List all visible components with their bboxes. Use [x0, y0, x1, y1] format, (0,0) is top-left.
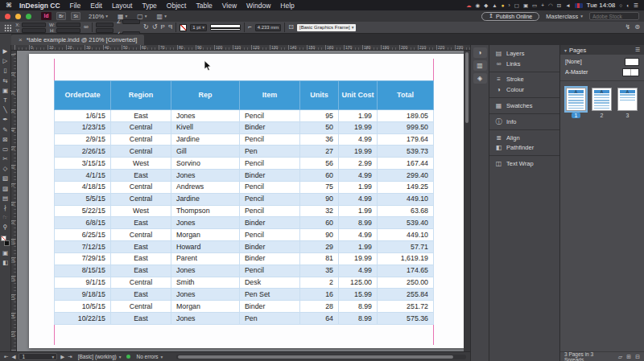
table-cell[interactable]: Binder	[240, 121, 300, 133]
table-cell[interactable]: East	[111, 110, 171, 122]
data-table[interactable]: OrderDateRegionRepItemUnitsUnit CostTota…	[54, 80, 434, 325]
table-cell[interactable]: Binder	[240, 170, 300, 182]
gradient-feather-tool-icon[interactable]: ▨	[0, 184, 11, 194]
traffic-close-button[interactable]	[5, 14, 10, 19]
page-thumbnail-image[interactable]: A	[592, 88, 612, 111]
menu-file[interactable]: File	[70, 2, 81, 10]
creative-cloud-icon[interactable]: ☁	[466, 0, 472, 10]
master-page-thumbnail[interactable]	[625, 58, 639, 66]
table-cell[interactable]: Gill	[171, 146, 240, 158]
table-cell[interactable]: 2.99	[339, 158, 378, 170]
table-cell[interactable]: Pencil	[240, 133, 300, 146]
page-thumbnail-2[interactable]: A2	[592, 88, 612, 118]
delete-page-icon[interactable]: ⊟	[635, 354, 640, 360]
menu-window[interactable]: Window	[246, 2, 270, 10]
notification-center-icon[interactable]: ☰	[634, 0, 638, 10]
adobe-stock-search-input[interactable]	[589, 12, 639, 20]
preflight-errors-dropdown[interactable]: No errors ▾	[134, 353, 165, 360]
table-cell[interactable]: 4.99	[339, 193, 378, 205]
table-row[interactable]: 1/23/15CentralKivellBinder5019.99999.50	[55, 121, 434, 133]
table-cell[interactable]: 5/22/15	[55, 205, 111, 217]
table-cell[interactable]: Howard	[171, 241, 240, 253]
table-cell[interactable]: Binder	[240, 241, 300, 253]
volume-icon[interactable]: ◄	[565, 0, 570, 10]
table-cell[interactable]: 9/18/15	[55, 289, 111, 301]
table-cell[interactable]: 2	[300, 277, 339, 289]
stroke-none-swatch[interactable]	[180, 24, 187, 31]
menu-edit[interactable]: Edit	[90, 2, 102, 10]
uk-flag-icon[interactable]	[575, 3, 583, 8]
panel-menu-icon[interactable]: ☰	[635, 47, 640, 53]
table-cell[interactable]: 125.00	[339, 277, 378, 289]
table-cell[interactable]: Kivell	[171, 121, 240, 133]
table-row[interactable]: 4/1/15EastJonesBinder604.99299.40	[55, 170, 434, 182]
table-cell[interactable]: Central	[111, 181, 171, 193]
table-header-cell[interactable]: Unit Cost	[339, 81, 378, 110]
table-header-cell[interactable]: Item	[240, 81, 300, 110]
table-row[interactable]: 2/9/15CentralJardinePencil364.99179.64	[55, 133, 434, 146]
panel-options-icon[interactable]: ⊚	[634, 22, 640, 33]
note-tool-icon[interactable]: ▤	[0, 194, 11, 203]
close-icon[interactable]: ×	[19, 36, 23, 43]
gap-tool-icon[interactable]: ⇆	[0, 76, 11, 86]
table-cell[interactable]: 250.00	[378, 277, 434, 289]
table-cell[interactable]: Pencil	[240, 158, 300, 170]
dock-item-links[interactable]: ∞Links	[489, 59, 559, 69]
rectangle-frame-tool-icon[interactable]: ⊠	[0, 135, 11, 145]
previous-page-button[interactable]: ◀	[11, 354, 15, 360]
table-header-cell[interactable]: Units	[300, 81, 339, 110]
menu-indesign-cc[interactable]: InDesign CC	[19, 2, 60, 10]
table-cell[interactable]: Jones	[171, 313, 240, 325]
table-cell[interactable]: Jardine	[171, 193, 240, 205]
table-cell[interactable]: Thompson	[171, 205, 240, 217]
bulb-icon[interactable]: ●	[502, 0, 505, 10]
link-dimensions-icon[interactable]: ∞	[84, 22, 89, 33]
vertical-ruler[interactable]: 0102030405060708090100110120130140150	[11, 51, 17, 351]
menu-layout[interactable]: Layout	[112, 2, 133, 10]
edit-page-size-icon[interactable]: ▱	[618, 354, 622, 360]
table-cell[interactable]: Andrews	[171, 181, 240, 193]
table-cell[interactable]: Pencil	[240, 181, 300, 193]
table-cell[interactable]: East	[111, 265, 171, 277]
gradient-swatch-tool-icon[interactable]: ▧	[0, 174, 11, 183]
pencil-tool-icon[interactable]: ✎	[0, 125, 11, 135]
table-row[interactable]: 10/5/15CentralMorganBinder288.99251.72	[55, 301, 434, 313]
table-cell[interactable]: 575.36	[378, 313, 434, 325]
stock-button[interactable]: St	[71, 12, 80, 20]
table-cell[interactable]: 81	[300, 252, 339, 265]
table-cell[interactable]: 27	[300, 146, 339, 158]
table-cell[interactable]: 189.05	[378, 110, 434, 122]
table-cell[interactable]: 3/15/15	[55, 158, 111, 170]
table-cell[interactable]: 4.99	[339, 265, 378, 277]
table-row[interactable]: 1/6/15EastJonesPencil951.99189.05	[55, 110, 434, 122]
x-field[interactable]	[22, 23, 46, 27]
table-cell[interactable]: 75	[300, 181, 339, 193]
menu-table[interactable]: Table	[196, 2, 212, 10]
table-cell[interactable]: 2/26/15	[55, 146, 111, 158]
menu-bar-clock[interactable]: Tue 14:08	[587, 2, 616, 9]
new-page-icon[interactable]: ⊞	[626, 354, 631, 360]
table-cell[interactable]: 174.65	[378, 265, 434, 277]
table-cell[interactable]: 255.84	[378, 289, 434, 301]
table-cell[interactable]: 4/1/15	[55, 170, 111, 182]
free-transform-tool-icon[interactable]: ◇	[0, 164, 11, 174]
table-row[interactable]: 6/8/15EastJonesBinder608.99539.40	[55, 217, 434, 229]
table-cell[interactable]: 7/29/15	[55, 252, 111, 265]
dock-item-stroke[interactable]: ≡Stroke	[489, 75, 559, 85]
bridge-button[interactable]: Br	[56, 12, 66, 20]
table-cell[interactable]: 299.40	[378, 170, 434, 182]
table-cell[interactable]: 56	[300, 158, 339, 170]
table-row[interactable]: 4/18/15CentralAndrewsPencil751.99149.25	[55, 181, 434, 193]
table-cell[interactable]: West	[111, 205, 171, 217]
rotate-cw-icon[interactable]: ↻	[143, 22, 149, 33]
stroke-style-dropdown[interactable]	[210, 24, 241, 31]
table-cell[interactable]: 999.50	[378, 121, 434, 133]
selection-tool-icon[interactable]: ▶	[0, 47, 11, 56]
table-cell[interactable]: 4.99	[339, 229, 378, 241]
horizontal-scrollbar-thumb[interactable]	[178, 355, 453, 359]
table-cell[interactable]: 60	[300, 217, 339, 229]
table-cell[interactable]: Parent	[171, 252, 240, 265]
table-cell[interactable]: 449.10	[378, 229, 434, 241]
dock-item-layers[interactable]: ▤Layers	[489, 48, 559, 59]
table-cell[interactable]: Central	[111, 277, 171, 289]
